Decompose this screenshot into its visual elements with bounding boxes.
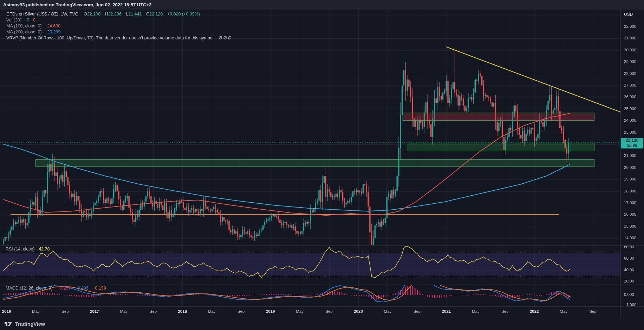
volume-down-value: 0 [33, 18, 35, 23]
time-axis-label: May [384, 309, 392, 313]
macd-axis-label: 0.000 [624, 292, 634, 297]
volume-label: Vol (20) [6, 18, 21, 23]
ma100-value: 24.638 [47, 24, 60, 28]
price-axis-label: 29.000 [624, 59, 636, 64]
volume-up-value: 0 [27, 18, 30, 23]
vrvp-label: VRVP (Number Of Rows, 100, Up/Down, 70):… [6, 36, 215, 40]
chart-legend: CFDs on Silver (US$ / OZ), 1W, TVC O22.1… [6, 11, 232, 41]
price-axis-label: 15.000 [624, 224, 636, 228]
macd-legend[interactable]: MACD (12, 26, close, 9) −0.297 −0.496 −0… [6, 286, 106, 291]
tradingview-logo-icon [5, 321, 12, 327]
tradingview-chart-screenshot: Asimov93 published on TradingView.com, J… [0, 0, 644, 330]
ma200-value: 20.299 [47, 30, 60, 34]
price-axis-label: 31.000 [624, 36, 636, 40]
time-axis-label: Sep [325, 309, 332, 313]
vrvp-values: Ø Ø Ø [219, 36, 231, 40]
open-value: 22.100 [87, 12, 100, 17]
time-axis-label: May [32, 309, 40, 313]
macd-signal-value: −0.199 [92, 286, 106, 291]
ma200-label: MA (200, close, 0) [6, 30, 42, 34]
time-axis-label: Sep [589, 309, 596, 313]
time-axis-label: 2022 [530, 309, 539, 313]
ma200-row[interactable]: MA (200, close, 0) 20.299 [6, 29, 232, 35]
time-axis-label: 2019 [266, 309, 275, 313]
price-axis-label: 17.000 [624, 201, 636, 205]
price-axis-label: 24.000 [624, 118, 636, 122]
time-axis-label: May [560, 309, 567, 313]
symbol-title[interactable]: CFDs on Silver (US$ / OZ), 1W, TVC [6, 12, 78, 17]
low-value: 21.441 [128, 12, 142, 17]
time-axis-label: May [472, 309, 480, 313]
close-letter: C [146, 12, 149, 17]
published-bar: Asimov93 published on TradingView.com, J… [0, 0, 644, 9]
time-axis-label: May [208, 309, 216, 313]
time-axis-label: Sep [414, 309, 421, 313]
tradingview-logo-text: TradingView [15, 321, 45, 327]
price-axis-label: 23.000 [624, 130, 636, 134]
price-axis-label: 32.000 [624, 24, 636, 28]
price-axis-label: 20.000 [624, 165, 636, 170]
time-axis-label: 2018 [178, 309, 187, 313]
time-axis-label: Sep [150, 309, 157, 313]
rsi-axis-label: 20.00 [624, 279, 634, 283]
price-axis-label: 18.000 [624, 189, 636, 193]
price-axis-label: 21.000 [624, 153, 636, 158]
time-axis-label: May [120, 309, 128, 313]
bar-countdown: 1d 9h [621, 143, 643, 148]
time-axis-label: 2017 [90, 309, 99, 313]
price-axis-label: 19.000 [624, 177, 636, 181]
rsi-value: 42.78 [39, 247, 50, 252]
rsi-legend[interactable]: RSI (14, close) 42.78 [6, 247, 50, 252]
price-axis-label: 16.000 [624, 212, 636, 216]
change-value: +0.020 (+0.09%) [167, 12, 200, 17]
currency-label: USD [624, 12, 633, 17]
price-axis-label: 27.000 [624, 83, 636, 87]
price-axis-label: 28.000 [624, 71, 636, 76]
open-letter: O [84, 12, 87, 17]
high-value: 22.286 [108, 12, 122, 17]
ma100-row[interactable]: MA (100, close, 0) 24.638 [6, 23, 232, 29]
symbol-row[interactable]: CFDs on Silver (US$ / OZ), 1W, TVC O22.1… [6, 11, 232, 17]
macd-label: MACD (12, 26, close, 9) [6, 286, 52, 291]
price-axis-label: 30.000 [624, 48, 636, 52]
price-axis-label: 25.000 [624, 107, 636, 111]
macd-axis-label: −1.000 [624, 303, 637, 307]
price-axis-label: 26.000 [624, 95, 636, 99]
time-axis-label: Sep [61, 309, 69, 313]
time-axis-label: 2016 [2, 309, 11, 313]
rsi-axis-label: 60.00 [624, 256, 634, 260]
macd-line-value: −0.496 [75, 286, 89, 291]
rsi-label: RSI (14, close) [6, 247, 35, 252]
rsi-axis-label: 40.00 [624, 268, 634, 272]
published-text: Asimov93 published on TradingView.com, J… [3, 2, 151, 7]
volume-row[interactable]: Vol (20) 0 0 [6, 17, 232, 23]
time-axis-label: Sep [501, 309, 508, 313]
close-value: 22.120 [149, 12, 163, 17]
vrvp-row[interactable]: VRVP (Number Of Rows, 100, Up/Down, 70):… [6, 35, 232, 41]
tradingview-logo[interactable]: TradingView [5, 321, 45, 327]
current-price-value: 22.120 [621, 138, 643, 143]
time-axis-label: 2020 [354, 309, 363, 313]
ma100-label: MA (100, close, 0) [6, 24, 42, 28]
time-axis-label: 2021 [442, 309, 451, 313]
price-axis-label: 14.000 [624, 236, 636, 240]
current-price-tag: 22.120 1d 9h [621, 138, 643, 148]
macd-hist-value: −0.297 [57, 286, 71, 291]
rsi-axis-label: 80.00 [624, 245, 634, 249]
high-letter: H [105, 12, 108, 17]
time-axis-label: May [296, 309, 304, 313]
time-axis-label: Sep [238, 309, 245, 313]
chart-canvas[interactable] [0, 0, 644, 330]
